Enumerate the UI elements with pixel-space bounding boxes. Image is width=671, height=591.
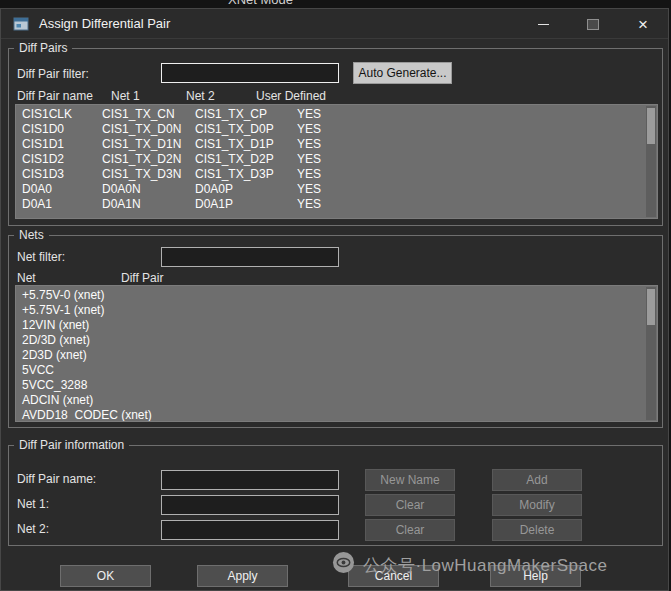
cell-net1: D0A1N [102, 197, 195, 212]
minimize-icon [538, 24, 549, 25]
delete-label: Delete [520, 523, 555, 537]
cell-net: 12VIN (xnet) [22, 318, 89, 332]
app-icon [13, 16, 29, 32]
nets-scrollbar-thumb[interactable] [647, 289, 655, 325]
new-name-button[interactable]: New Name [365, 469, 455, 491]
diff-pairs-column-headers: Diff Pair name Net 1 Net 2 User Defined [9, 89, 656, 103]
cell-net2: CIS1_TX_D2P [195, 152, 297, 167]
net1-input[interactable] [161, 495, 339, 515]
cell-net1: CIS1_TX_CN [102, 107, 195, 122]
column-net2: Net 2 [186, 89, 256, 103]
diff-pair-filter-label: Diff Pair filter: [17, 67, 89, 81]
cell-net: 2D3D (xnet) [22, 348, 87, 362]
maximize-icon [587, 19, 599, 30]
column-user-defined: User Defined [256, 89, 656, 103]
diff-pair-row[interactable]: CIS1D1CIS1_TX_D1NCIS1_TX_D1PYES [16, 137, 645, 152]
maximize-button[interactable] [568, 9, 618, 39]
cell-net: 5VCC [22, 363, 54, 377]
ok-button[interactable]: OK [60, 565, 151, 587]
diff-pair-information-group: Diff Pair information Diff Pair name: DI… [8, 445, 663, 546]
net-row[interactable]: 5VCC_3288 [16, 378, 645, 393]
cell-name: CIS1D2 [22, 152, 102, 167]
diff-pair-rows: CIS1CLKCIS1_TX_CNCIS1_TX_CPYESCIS1D0CIS1… [16, 107, 645, 212]
diff-pair-row[interactable]: D0A1D0A1ND0A1PYES [16, 197, 645, 212]
net-row[interactable]: +5.75V-0 (xnet) [16, 288, 645, 303]
diff-pair-name-input[interactable]: DIFFPAIR0 [161, 470, 339, 490]
diff-pairs-group: Diff Pairs Diff Pair filter: * Auto Gene… [8, 48, 663, 226]
modify-button[interactable]: Modify [492, 494, 582, 516]
cell-net1: CIS1_TX_D2N [102, 152, 195, 167]
auto-generate-label: Auto Generate... [358, 66, 446, 80]
cell-net: ADCIN (xnet) [22, 393, 93, 407]
net2-input[interactable] [161, 520, 339, 540]
net-row[interactable]: ADCIN (xnet) [16, 393, 645, 408]
net-row[interactable]: 2D3D (xnet) [16, 348, 645, 363]
cell-name: CIS1D3 [22, 167, 102, 182]
assign-diff-pair-dialog: Assign Differential Pair × Diff Pairs Di… [0, 8, 669, 591]
net2-label: Net 2: [17, 522, 49, 536]
window-title: Assign Differential Pair [39, 16, 170, 31]
diff-pair-list[interactable]: CIS1CLKCIS1_TX_CNCIS1_TX_CPYESCIS1D0CIS1… [15, 104, 658, 219]
diff-pair-filter-input[interactable]: * [161, 63, 339, 83]
add-button[interactable]: Add [492, 469, 582, 491]
clear-net2-button[interactable]: Clear [365, 519, 455, 541]
delete-button[interactable]: Delete [492, 519, 582, 541]
diff-pair-row[interactable]: CIS1CLKCIS1_TX_CNCIS1_TX_CPYES [16, 107, 645, 122]
net-row[interactable]: +5.75V-1 (xnet) [16, 303, 645, 318]
ok-label: OK [97, 569, 114, 583]
cell-net1: CIS1_TX_D1N [102, 137, 195, 152]
cell-net: 5VCC_3288 [22, 378, 87, 392]
cell-net: +5.75V-0 (xnet) [22, 288, 104, 302]
apply-button[interactable]: Apply [197, 565, 288, 587]
cell-net2: CIS1_TX_D0P [195, 122, 297, 137]
cell-net: AVDD18_CODEC (xnet) [22, 408, 152, 422]
net-row[interactable]: 5VCC [16, 363, 645, 378]
diff-pairs-scrollbar-thumb[interactable] [647, 108, 655, 144]
diff-pair-row[interactable]: CIS1D3CIS1_TX_D3NCIS1_TX_D3PYES [16, 167, 645, 182]
wechat-official-account-icon [332, 551, 355, 579]
cell-user_defined: YES [297, 122, 645, 137]
diff-pair-row[interactable]: CIS1D0CIS1_TX_D0NCIS1_TX_D0PYES [16, 122, 645, 137]
apply-label: Apply [227, 569, 257, 583]
column-net: Net [17, 271, 121, 285]
minimize-button[interactable] [518, 9, 568, 39]
net-row[interactable]: 12VIN (xnet) [16, 318, 645, 333]
cell-user_defined: YES [297, 152, 645, 167]
watermark: 公众号·LowHuangMakerSpace [332, 551, 607, 579]
close-button[interactable]: × [618, 9, 668, 39]
cell-name: CIS1D1 [22, 137, 102, 152]
nets-scrollbar[interactable] [646, 287, 656, 420]
cell-name: CIS1D0 [22, 122, 102, 137]
diff-pair-row[interactable]: D0A0D0A0ND0A0PYES [16, 182, 645, 197]
net-row[interactable]: AVDD18_CODEC (xnet) [16, 408, 645, 422]
cell-name: D0A0 [22, 182, 102, 197]
cell-user_defined: YES [297, 182, 645, 197]
cell-user_defined: YES [297, 197, 645, 212]
titlebar[interactable]: Assign Differential Pair × [1, 9, 668, 39]
diff-pair-information-label: Diff Pair information [14, 438, 129, 453]
background-partial-text: XNet Mode [228, 0, 293, 7]
cell-net2: CIS1_TX_CP [195, 107, 297, 122]
column-diff-pair-name: Diff Pair name [17, 89, 111, 103]
cell-name: D0A1 [22, 197, 102, 212]
cell-net2: CIS1_TX_D3P [195, 167, 297, 182]
cell-user_defined: YES [297, 137, 645, 152]
net-list[interactable]: +5.75V-0 (xnet)+5.75V-1 (xnet)12VIN (xne… [15, 285, 658, 422]
clear-net1-button[interactable]: Clear [365, 494, 455, 516]
background-window: XNet Mode [0, 0, 671, 8]
close-icon: × [638, 16, 648, 33]
net-row[interactable]: 2D/3D (xnet) [16, 333, 645, 348]
net-filter-input[interactable]: * [161, 247, 339, 267]
watermark-text: 公众号·LowHuangMakerSpace [363, 554, 607, 577]
nets-group-label: Nets [14, 228, 49, 243]
auto-generate-button[interactable]: Auto Generate... [353, 62, 452, 84]
cell-net2: D0A0P [195, 182, 297, 197]
cell-net1: D0A0N [102, 182, 195, 197]
diff-pairs-scrollbar[interactable] [646, 106, 656, 217]
diff-pair-row[interactable]: CIS1D2CIS1_TX_D2NCIS1_TX_D2PYES [16, 152, 645, 167]
cell-net: +5.75V-1 (xnet) [22, 303, 104, 317]
net1-label: Net 1: [17, 497, 49, 511]
column-diff-pair: Diff Pair [121, 271, 656, 285]
diff-pairs-group-label: Diff Pairs [14, 41, 72, 56]
clear-net2-label: Clear [396, 523, 425, 537]
